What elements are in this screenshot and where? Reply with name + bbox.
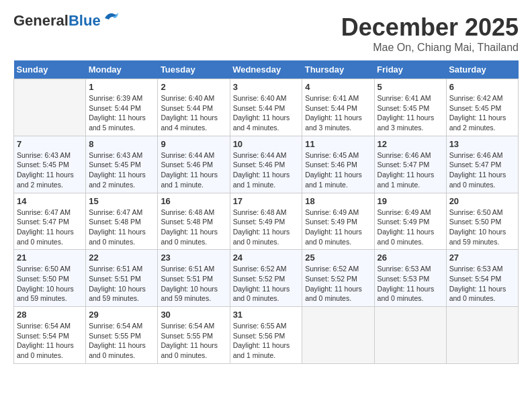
calendar-cell: 7Sunrise: 6:43 AMSunset: 5:45 PMDaylight… — [14, 136, 86, 193]
day-number: 8 — [89, 139, 154, 149]
day-info: Sunrise: 6:53 AMSunset: 5:53 PMDaylight:… — [378, 264, 443, 304]
day-info: Sunrise: 6:52 AMSunset: 5:52 PMDaylight:… — [305, 264, 371, 304]
calendar-cell: 13Sunrise: 6:46 AMSunset: 5:47 PMDayligh… — [446, 136, 518, 193]
location: Mae On, Chiang Mai, Thailand — [341, 42, 519, 54]
calendar-cell — [446, 307, 518, 364]
calendar-cell: 29Sunrise: 6:54 AMSunset: 5:55 PMDayligh… — [86, 307, 158, 364]
day-info: Sunrise: 6:53 AMSunset: 5:54 PMDaylight:… — [449, 264, 515, 304]
day-number: 9 — [161, 139, 226, 149]
day-info: Sunrise: 6:45 AMSunset: 5:46 PMDaylight:… — [305, 150, 371, 190]
calendar-cell: 16Sunrise: 6:48 AMSunset: 5:48 PMDayligh… — [158, 193, 230, 250]
day-info: Sunrise: 6:40 AMSunset: 5:44 PMDaylight:… — [233, 93, 300, 133]
calendar-cell: 2Sunrise: 6:40 AMSunset: 5:44 PMDaylight… — [158, 79, 230, 136]
day-number: 19 — [378, 196, 443, 206]
day-info: Sunrise: 6:54 AMSunset: 5:54 PMDaylight:… — [17, 321, 83, 361]
calendar-cell: 30Sunrise: 6:54 AMSunset: 5:55 PMDayligh… — [158, 307, 230, 364]
calendar-cell: 17Sunrise: 6:48 AMSunset: 5:49 PMDayligh… — [230, 193, 302, 250]
day-number: 6 — [449, 82, 515, 92]
day-info: Sunrise: 6:55 AMSunset: 5:56 PMDaylight:… — [233, 321, 300, 361]
calendar-cell: 31Sunrise: 6:55 AMSunset: 5:56 PMDayligh… — [230, 307, 302, 364]
calendar-week-row: 28Sunrise: 6:54 AMSunset: 5:54 PMDayligh… — [14, 307, 519, 364]
day-number: 25 — [305, 253, 371, 263]
day-number: 27 — [449, 253, 515, 263]
calendar-table: SundayMondayTuesdayWednesdayThursdayFrid… — [13, 60, 519, 364]
day-number: 5 — [378, 82, 443, 92]
logo: GeneralBlue — [13, 13, 120, 28]
day-info: Sunrise: 6:54 AMSunset: 5:55 PMDaylight:… — [161, 321, 226, 361]
calendar-cell: 10Sunrise: 6:44 AMSunset: 5:46 PMDayligh… — [230, 136, 302, 193]
calendar-cell — [302, 307, 374, 364]
day-number: 22 — [89, 253, 154, 263]
calendar-cell: 24Sunrise: 6:52 AMSunset: 5:52 PMDayligh… — [230, 250, 302, 307]
day-number: 26 — [378, 253, 443, 263]
day-info: Sunrise: 6:49 AMSunset: 5:49 PMDaylight:… — [378, 208, 443, 247]
calendar-cell: 22Sunrise: 6:51 AMSunset: 5:51 PMDayligh… — [86, 250, 158, 307]
day-number: 13 — [449, 139, 515, 149]
day-number: 14 — [17, 196, 83, 206]
day-info: Sunrise: 6:49 AMSunset: 5:49 PMDaylight:… — [305, 208, 371, 247]
calendar-cell: 20Sunrise: 6:50 AMSunset: 5:50 PMDayligh… — [446, 193, 518, 250]
day-info: Sunrise: 6:44 AMSunset: 5:46 PMDaylight:… — [233, 150, 300, 190]
day-info: Sunrise: 6:47 AMSunset: 5:47 PMDaylight:… — [17, 208, 83, 247]
calendar-cell: 14Sunrise: 6:47 AMSunset: 5:47 PMDayligh… — [14, 193, 86, 250]
day-info: Sunrise: 6:48 AMSunset: 5:48 PMDaylight:… — [161, 208, 226, 247]
logo-blue: Blue — [69, 12, 101, 29]
calendar-cell: 25Sunrise: 6:52 AMSunset: 5:52 PMDayligh… — [302, 250, 374, 307]
calendar-week-row: 7Sunrise: 6:43 AMSunset: 5:45 PMDaylight… — [14, 136, 519, 193]
day-info: Sunrise: 6:46 AMSunset: 5:47 PMDaylight:… — [378, 150, 443, 190]
day-info: Sunrise: 6:48 AMSunset: 5:49 PMDaylight:… — [233, 208, 300, 247]
day-info: Sunrise: 6:44 AMSunset: 5:46 PMDaylight:… — [161, 150, 226, 190]
day-number: 18 — [305, 196, 371, 206]
day-number: 15 — [89, 196, 154, 206]
day-number: 4 — [305, 82, 371, 92]
day-info: Sunrise: 6:43 AMSunset: 5:45 PMDaylight:… — [17, 150, 83, 190]
day-number: 11 — [305, 139, 371, 149]
calendar-cell: 1Sunrise: 6:39 AMSunset: 5:44 PMDaylight… — [86, 79, 158, 136]
weekday-header-tuesday: Tuesday — [158, 60, 230, 79]
day-info: Sunrise: 6:42 AMSunset: 5:45 PMDaylight:… — [449, 93, 515, 133]
logo-general: General — [13, 12, 69, 29]
calendar-cell: 5Sunrise: 6:41 AMSunset: 5:45 PMDaylight… — [374, 79, 446, 136]
calendar-cell: 4Sunrise: 6:41 AMSunset: 5:44 PMDaylight… — [302, 79, 374, 136]
day-info: Sunrise: 6:50 AMSunset: 5:50 PMDaylight:… — [449, 208, 515, 247]
day-number: 1 — [89, 82, 154, 92]
weekday-header-row: SundayMondayTuesdayWednesdayThursdayFrid… — [14, 60, 519, 79]
calendar-cell — [374, 307, 446, 364]
calendar-week-row: 14Sunrise: 6:47 AMSunset: 5:47 PMDayligh… — [14, 193, 519, 250]
day-number: 28 — [17, 310, 83, 320]
day-number: 29 — [89, 310, 154, 320]
calendar-cell: 19Sunrise: 6:49 AMSunset: 5:49 PMDayligh… — [374, 193, 446, 250]
day-number: 10 — [233, 139, 300, 149]
day-number: 30 — [161, 310, 226, 320]
calendar-cell — [14, 79, 86, 136]
calendar-cell: 3Sunrise: 6:40 AMSunset: 5:44 PMDaylight… — [230, 79, 302, 136]
day-number: 12 — [378, 139, 443, 149]
day-info: Sunrise: 6:51 AMSunset: 5:51 PMDaylight:… — [89, 264, 154, 304]
calendar-cell: 8Sunrise: 6:43 AMSunset: 5:45 PMDaylight… — [86, 136, 158, 193]
title-block: December 2025 Mae On, Chiang Mai, Thaila… — [341, 13, 519, 54]
month-title: December 2025 — [341, 13, 519, 42]
calendar-cell: 12Sunrise: 6:46 AMSunset: 5:47 PMDayligh… — [374, 136, 446, 193]
day-number: 20 — [449, 196, 515, 206]
calendar-cell: 15Sunrise: 6:47 AMSunset: 5:48 PMDayligh… — [86, 193, 158, 250]
weekday-header-friday: Friday — [374, 60, 446, 79]
day-info: Sunrise: 6:41 AMSunset: 5:45 PMDaylight:… — [378, 93, 443, 133]
day-info: Sunrise: 6:51 AMSunset: 5:51 PMDaylight:… — [161, 264, 226, 304]
calendar-cell: 9Sunrise: 6:44 AMSunset: 5:46 PMDaylight… — [158, 136, 230, 193]
day-info: Sunrise: 6:41 AMSunset: 5:44 PMDaylight:… — [305, 93, 371, 133]
calendar-cell: 28Sunrise: 6:54 AMSunset: 5:54 PMDayligh… — [14, 307, 86, 364]
day-number: 21 — [17, 253, 83, 263]
page-header: GeneralBlue December 2025 Mae On, Chiang… — [13, 13, 519, 54]
day-info: Sunrise: 6:43 AMSunset: 5:45 PMDaylight:… — [89, 150, 154, 190]
weekday-header-thursday: Thursday — [302, 60, 374, 79]
calendar-cell: 6Sunrise: 6:42 AMSunset: 5:45 PMDaylight… — [446, 79, 518, 136]
weekday-header-sunday: Sunday — [14, 60, 86, 79]
calendar-week-row: 1Sunrise: 6:39 AMSunset: 5:44 PMDaylight… — [14, 79, 519, 136]
day-info: Sunrise: 6:54 AMSunset: 5:55 PMDaylight:… — [89, 321, 154, 361]
weekday-header-saturday: Saturday — [446, 60, 518, 79]
calendar-cell: 21Sunrise: 6:50 AMSunset: 5:50 PMDayligh… — [14, 250, 86, 307]
day-info: Sunrise: 6:50 AMSunset: 5:50 PMDaylight:… — [17, 264, 83, 304]
calendar-cell: 23Sunrise: 6:51 AMSunset: 5:51 PMDayligh… — [158, 250, 230, 307]
logo-text: GeneralBlue — [13, 13, 101, 28]
day-info: Sunrise: 6:47 AMSunset: 5:48 PMDaylight:… — [89, 208, 154, 247]
